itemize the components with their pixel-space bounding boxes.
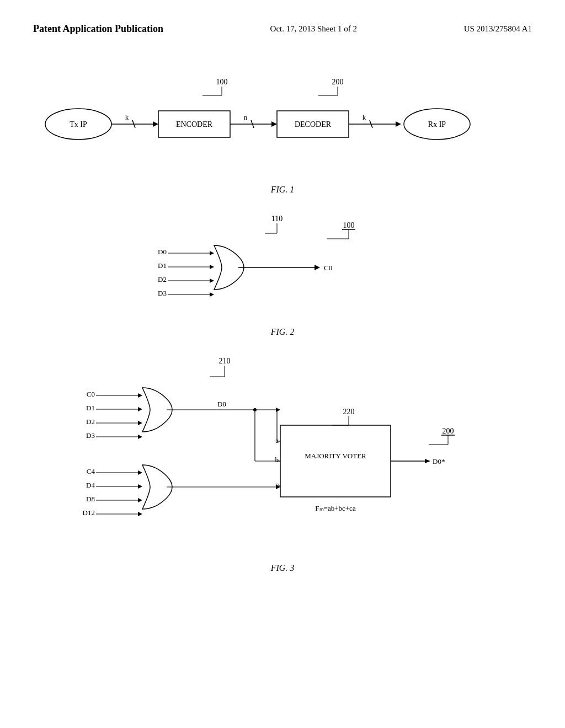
svg-text:DECODER: DECODER — [295, 120, 332, 129]
svg-text:Rx  IP: Rx IP — [428, 120, 446, 129]
svg-marker-44 — [210, 292, 214, 297]
svg-point-97 — [253, 408, 257, 411]
svg-text:k: k — [125, 113, 129, 121]
svg-text:100: 100 — [343, 221, 355, 229]
svg-marker-63 — [138, 393, 142, 398]
svg-marker-46 — [315, 265, 320, 270]
svg-text:Fₘ=ab+bc+ca: Fₘ=ab+bc+ca — [315, 504, 356, 512]
svg-marker-67 — [138, 421, 142, 425]
svg-text:D3: D3 — [86, 431, 95, 440]
svg-marker-69 — [138, 435, 142, 439]
fig3-label: FIG. 3 — [0, 563, 565, 573]
svg-text:D12: D12 — [83, 508, 95, 517]
svg-text:D8: D8 — [86, 495, 95, 503]
svg-marker-22 — [396, 121, 401, 127]
svg-text:D1: D1 — [86, 404, 95, 412]
svg-text:D2: D2 — [86, 417, 95, 426]
svg-marker-78 — [138, 470, 142, 475]
svg-text:Tx  IP: Tx IP — [70, 120, 87, 129]
svg-marker-82 — [138, 498, 142, 502]
svg-marker-84 — [138, 512, 142, 516]
svg-text:c: c — [275, 480, 279, 489]
svg-marker-80 — [138, 484, 142, 489]
svg-text:200: 200 — [332, 78, 344, 86]
fig3-diagram: 210 220 200 C0 D1 D2 D3 D0 C4 — [62, 354, 503, 558]
svg-marker-101 — [425, 459, 430, 463]
svg-text:n: n — [244, 113, 248, 121]
svg-marker-10 — [153, 121, 158, 127]
publication-number: US 2013/275804 A1 — [464, 22, 532, 34]
svg-marker-71 — [276, 408, 280, 412]
svg-text:D1: D1 — [158, 261, 167, 270]
svg-text:C0: C0 — [87, 390, 95, 398]
svg-text:k: k — [363, 113, 366, 121]
publication-title: Patent Application Publication — [33, 22, 163, 36]
svg-text:200: 200 — [443, 427, 454, 435]
svg-text:220: 220 — [343, 408, 355, 416]
svg-text:100: 100 — [216, 78, 228, 86]
fig2-label: FIG. 2 — [0, 327, 565, 337]
svg-text:D0: D0 — [158, 248, 167, 256]
fig1-label: FIG. 1 — [0, 185, 565, 195]
svg-text:ENCODER: ENCODER — [176, 120, 213, 129]
svg-text:210: 210 — [219, 357, 231, 365]
svg-text:D3: D3 — [158, 289, 167, 297]
svg-marker-42 — [210, 279, 214, 283]
fig2-diagram: 110 100 D0 D1 D2 D3 C0 — [117, 211, 448, 322]
svg-marker-40 — [210, 265, 214, 269]
page-header: Patent Application Publication Oct. 17, … — [0, 0, 565, 47]
fig1-diagram: 100 200 Tx IP k ENCODER n DECODER k — [34, 69, 531, 179]
publication-date-sheet: Oct. 17, 2013 Sheet 1 of 2 — [270, 22, 357, 34]
svg-text:D0: D0 — [217, 400, 226, 408]
svg-text:b: b — [275, 456, 279, 464]
svg-text:D4: D4 — [86, 481, 95, 489]
svg-marker-65 — [138, 407, 142, 411]
svg-text:MAJORITY VOTER: MAJORITY VOTER — [305, 452, 366, 460]
svg-text:110: 110 — [271, 215, 282, 223]
svg-text:C4: C4 — [87, 467, 95, 475]
svg-text:D0*: D0* — [433, 457, 445, 465]
svg-marker-16 — [271, 121, 277, 127]
svg-marker-38 — [210, 251, 214, 255]
svg-text:C0: C0 — [324, 264, 332, 272]
svg-rect-87 — [280, 425, 391, 497]
svg-text:D2: D2 — [158, 275, 167, 283]
